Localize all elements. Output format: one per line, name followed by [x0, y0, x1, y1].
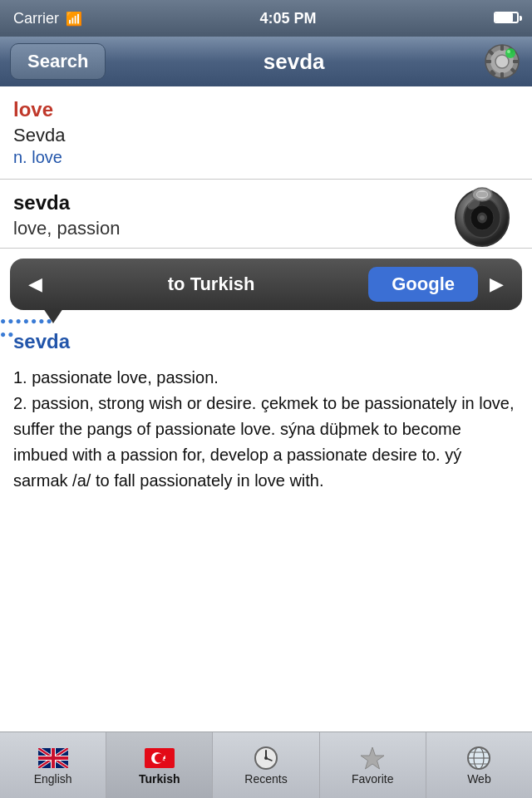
svg-point-17 [480, 215, 485, 220]
headword-sevda: sevda [13, 191, 519, 214]
svg-rect-5 [513, 60, 519, 63]
svg-rect-30 [38, 756, 68, 760]
svg-point-38 [264, 756, 268, 760]
entry-love: love Sevda n. love [0, 86, 532, 180]
turkish-flag-icon [145, 747, 175, 769]
entry-sevda-detail: ● ● ● ● ● ● ● ● ● sevda 1. passionate lo… [0, 320, 532, 507]
status-time: 4:05 PM [259, 10, 316, 27]
svg-rect-2 [500, 45, 504, 51]
google-button[interactable]: Google [368, 267, 478, 302]
tab-recents-label: Recents [244, 772, 287, 786]
svg-rect-4 [485, 60, 491, 63]
prev-button[interactable]: ◀ [17, 268, 54, 300]
wifi-icon: 📶 [66, 11, 82, 27]
tab-english-label: English [34, 772, 72, 786]
tab-favorite[interactable]: Favorite [320, 732, 426, 798]
tab-turkish-label: Turkish [139, 772, 180, 786]
tab-web-label: Web [467, 772, 491, 786]
tab-english[interactable]: English [0, 732, 106, 798]
speaker-button[interactable] [449, 186, 515, 256]
english-flag-icon [38, 747, 68, 769]
svg-point-11 [505, 48, 515, 58]
recents-clock-icon [251, 747, 281, 769]
svg-point-33 [155, 753, 164, 762]
svg-point-10 [495, 55, 509, 68]
favorite-star-icon [357, 747, 387, 769]
to-turkish-button[interactable]: to Turkish [54, 273, 368, 295]
main-content: love Sevda n. love [0, 86, 532, 732]
tab-turkish[interactable]: Turkish [106, 732, 213, 798]
carrier-label: Carrier 📶 [13, 10, 82, 27]
next-button[interactable]: ▶ [478, 268, 515, 300]
nav-title: sevda [264, 49, 325, 75]
tab-recents[interactable]: Recents [213, 732, 319, 798]
gear-icon [484, 43, 520, 80]
tab-bar: English Turkish Recents [0, 732, 532, 798]
word-sevda: Sevda [13, 125, 519, 146]
battery-indicator [494, 10, 519, 27]
definition-detail: 1. passionate love, passion. 2. passion,… [13, 365, 519, 494]
definition-short: love, passion [13, 218, 519, 239]
svg-rect-3 [500, 72, 504, 78]
headword-sevda-detail: sevda [13, 330, 70, 353]
status-bar: Carrier 📶 4:05 PM [0, 0, 532, 37]
tab-favorite-label: Favorite [352, 772, 394, 786]
search-button[interactable]: Search [10, 43, 106, 80]
word-type: n. love [13, 148, 519, 167]
svg-rect-21 [477, 192, 487, 197]
tab-web[interactable]: Web [426, 732, 532, 798]
svg-marker-39 [361, 747, 384, 769]
nav-bar: Search sevda [0, 37, 532, 86]
web-globe-icon [464, 747, 494, 769]
settings-button[interactable] [482, 42, 522, 81]
speaker-icon [449, 186, 515, 253]
headword-love: love [13, 98, 519, 121]
svg-point-12 [507, 50, 510, 53]
translation-toolbar: ◀ to Turkish Google ▶ [10, 259, 522, 310]
